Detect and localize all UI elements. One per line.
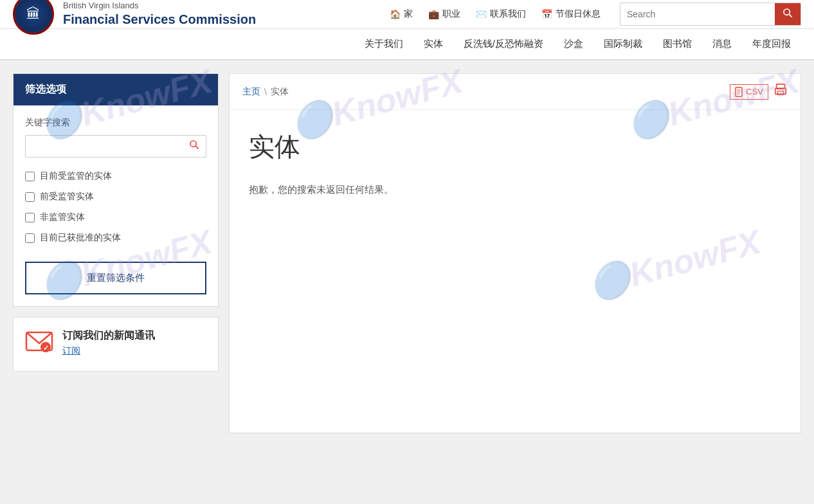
reset-filter-button[interactable]: 重置筛选条件 — [25, 262, 206, 294]
filter-panel: 筛选选项 关键字搜索 Dragon Leader 目前受监管的实体 — [13, 73, 219, 307]
nav-entity[interactable]: 实体 — [413, 29, 453, 59]
nav-library[interactable]: 图书馆 — [653, 29, 702, 59]
top-links: 🏠 家 💼 职业 ✉️ 联系我们 📅 节假日休息 — [390, 8, 601, 20]
no-results-message: 抱歉，您的搜索未返回任何结果。 — [249, 177, 781, 215]
breadcrumb-left: 主页 \ 实体 — [242, 86, 289, 98]
checkbox-formerly-regulated[interactable]: 前受监管实体 — [25, 191, 206, 203]
checkbox-regulated-input[interactable] — [25, 172, 35, 181]
top-search-button[interactable] — [775, 3, 800, 25]
svg-point-0 — [784, 9, 790, 15]
keyword-search-input[interactable]: Dragon Leader — [26, 136, 183, 157]
checkbox-non-regulated-input[interactable] — [25, 213, 35, 222]
keyword-search-box: Dragon Leader — [25, 135, 206, 158]
top-bar: 🏛 British Virgin Islands Financial Servi… — [0, 0, 814, 29]
filter-title: 筛选选项 — [14, 74, 218, 105]
nav-news[interactable]: 消息 — [702, 29, 742, 59]
career-link[interactable]: 💼 职业 — [428, 8, 460, 20]
nav-annual[interactable]: 年度回报 — [742, 29, 801, 59]
newsletter-subscribe-link[interactable]: 订阅 — [62, 345, 80, 356]
checkbox-approved[interactable]: 目前已获批准的实体 — [25, 232, 206, 244]
org-line1: British Virgin Islands — [63, 1, 256, 12]
keyword-label: 关键字搜索 — [25, 117, 206, 129]
top-right: 🏠 家 💼 职业 ✉️ 联系我们 📅 节假日休息 — [390, 3, 801, 26]
contact-link[interactable]: ✉️ 联系我们 — [476, 8, 526, 20]
logo-text: British Virgin Islands Financial Service… — [63, 1, 256, 28]
newsletter-text: 订阅我们的新闻通讯 订阅 — [62, 329, 155, 357]
csv-button[interactable]: CSV — [730, 84, 768, 100]
sidebar: 筛选选项 关键字搜索 Dragon Leader 目前受监管的实体 — [13, 73, 219, 433]
checkbox-formerly-regulated-input[interactable] — [25, 192, 35, 202]
breadcrumb-separator: \ — [264, 87, 267, 97]
breadcrumb-current: 实体 — [271, 86, 289, 98]
svg-text:✓: ✓ — [43, 344, 49, 352]
svg-line-1 — [789, 14, 791, 17]
checkbox-regulated[interactable]: 目前受监管的实体 — [25, 170, 206, 182]
checkbox-non-regulated[interactable]: 非监管实体 — [25, 212, 206, 223]
nav-sanctions[interactable]: 国际制裁 — [593, 29, 653, 59]
nav-about[interactable]: 关于我们 — [354, 29, 413, 59]
svg-line-3 — [195, 146, 198, 148]
newsletter-title: 订阅我们的新闻通讯 — [62, 329, 155, 343]
keyword-search-button[interactable] — [183, 136, 206, 157]
nav-sandbox[interactable]: 沙盒 — [554, 29, 593, 59]
holiday-link[interactable]: 📅 节假日休息 — [541, 8, 601, 20]
main-body: 实体 抱歉，您的搜索未返回任何结果。 — [230, 110, 800, 235]
newsletter-panel: ✓ 订阅我们的新闻通讯 订阅 — [13, 317, 219, 372]
svg-point-2 — [190, 141, 196, 147]
logo-area: 🏛 British Virgin Islands Financial Servi… — [13, 0, 256, 35]
breadcrumb-actions: CSV — [730, 83, 788, 100]
nav-items: 关于我们 实体 反洗钱/反恐怖融资 沙盒 国际制裁 图书馆 消息 年度回报 — [354, 29, 801, 59]
logo-circle: 🏛 — [13, 0, 54, 35]
checkbox-approved-input[interactable] — [25, 233, 35, 243]
newsletter-icon: ✓ — [25, 329, 53, 359]
home-link[interactable]: 🏠 家 — [390, 8, 413, 20]
nav-aml[interactable]: 反洗钱/反恐怖融资 — [453, 29, 554, 59]
top-search-input[interactable] — [620, 5, 775, 23]
breadcrumb-home[interactable]: 主页 — [242, 86, 260, 98]
lighthouse-icon: 🏛 — [26, 6, 41, 22]
main-content: 主页 \ 实体 CSV 实体 抱歉，您的搜索未返回任何结果。 — [229, 73, 801, 433]
top-search-box — [620, 3, 801, 26]
checkbox-list: 目前受监管的实体 前受监管实体 非监管实体 目前已获批准的实体 — [25, 170, 206, 244]
breadcrumb: 主页 \ 实体 CSV — [230, 74, 800, 110]
csv-label: CSV — [746, 87, 763, 96]
print-button[interactable] — [773, 83, 788, 100]
page-title: 实体 — [249, 129, 781, 165]
page-body: 筛选选项 关键字搜索 Dragon Leader 目前受监管的实体 — [0, 60, 814, 446]
org-line2: Financial Services Commission — [63, 11, 256, 28]
filter-body: 关键字搜索 Dragon Leader 目前受监管的实体 前受监管实体 — [14, 105, 218, 306]
